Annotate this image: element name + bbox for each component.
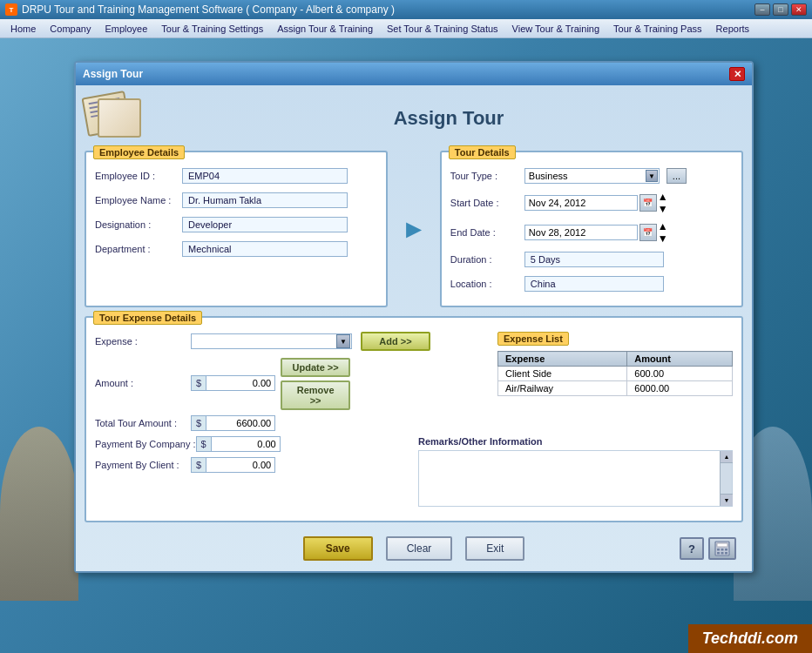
expense-dropdown[interactable]: Client Side Air/Railway [191,333,352,349]
location-label: Location : [450,279,524,289]
expense-amount-cell: 600.00 [627,367,733,381]
department-row: Department : Mechnical [95,239,377,259]
calculator-button[interactable] [708,537,736,560]
amount-input[interactable] [206,375,275,391]
end-date-row: End Date : 📅 ▲ ▼ [450,220,733,245]
payment-client-input[interactable] [206,457,275,473]
menu-tour-training-pass[interactable]: Tour & Training Pass [606,22,709,36]
total-tour-amount-label: Total Tour Amount : [95,418,191,428]
menu-tour-training-settings[interactable]: Tour & Training Settings [154,22,270,36]
payment-client-dollar: $ [191,457,206,473]
expense-add-row: Expense : Client Side Air/Railway ▼ Add … [95,332,484,351]
duration-label: Duration : [450,254,524,265]
remove-button[interactable]: Remove >> [281,380,350,410]
start-date-calendar-button[interactable]: 📅 [639,194,657,212]
amount-label: Amount : [95,378,191,388]
tour-type-dropdown[interactable]: Business [524,168,660,184]
total-tour-amount-row: Total Tour Amount : $ [95,415,484,431]
expense-amount-cell: 6000.00 [627,381,733,396]
expense-list-area: Expense List Expense Amount Client Side6… [497,332,733,436]
payment-company-input[interactable] [211,436,281,452]
clear-button[interactable]: Clear [386,536,453,561]
start-date-input[interactable] [524,195,638,211]
end-date-label: End Date : [450,227,524,238]
expense-name-cell: Air/Railway [498,381,627,396]
remarks-wrapper: ▲ ▼ [418,450,733,507]
assign-tour-dialog: Assign Tour ✕ Assign Tour Employee Detai… [74,61,754,573]
end-date-calendar-button[interactable]: 📅 [639,224,657,241]
minimize-button[interactable]: – [754,3,770,16]
end-date-input-wrapper: 📅 ▲ ▼ [524,220,668,245]
designation-row: Designation : Developer [95,215,377,234]
dialog-header: Assign Tour [85,94,743,142]
menu-home[interactable]: Home [3,22,43,36]
menu-set-tour-training-status[interactable]: Set Tour & Training Status [380,22,505,36]
close-window-button[interactable]: ✕ [791,3,807,16]
start-date-down-icon[interactable]: ▼ [658,203,668,215]
employee-id-row: Employee ID : EMP04 [95,166,377,185]
end-date-down-icon[interactable]: ▼ [658,232,668,245]
tour-details-title: Tour Details [449,145,516,159]
menu-view-tour-training[interactable]: View Tour & Training [505,22,606,36]
save-button[interactable]: Save [303,536,373,561]
payment-remarks-row: Payment By Company : $ Payment By Client… [95,436,733,507]
end-date-input[interactable] [524,225,638,240]
button-bar: Save Clear Exit ? [85,531,743,562]
menu-bar: Home Company Employee Tour & Training Se… [0,19,812,38]
expense-content-row: Expense : Client Side Air/Railway ▼ Add … [95,332,733,436]
payment-company-row: Payment By Company : $ [95,436,409,452]
start-date-label: Start Date : [450,198,524,208]
start-date-up-icon[interactable]: ▲ [658,191,668,203]
total-tour-amount-input[interactable] [206,415,275,431]
exit-button[interactable]: Exit [465,536,524,561]
arrow-separator: ► [396,151,431,307]
remarks-label: Remarks/Other Information [418,436,733,447]
employee-details-title: Employee Details [93,145,185,159]
table-row[interactable]: Client Side600.00 [498,367,733,381]
remarks-scroll-down-button[interactable]: ▼ [721,494,733,506]
duration-row: Duration : 5 Days [450,250,733,269]
payment-client-label: Payment By Client : [95,460,191,470]
expense-form-area: Expense : Client Side Air/Railway ▼ Add … [95,332,484,436]
update-button[interactable]: Update >> [281,358,350,377]
maximize-button[interactable]: □ [773,3,788,16]
watermark: Techddi.com [688,624,812,653]
menu-assign-tour-training[interactable]: Assign Tour & Training [270,22,380,36]
top-sections-row: Employee Details Employee ID : EMP04 Emp… [85,151,743,307]
help-button[interactable]: ? [680,537,704,560]
svg-rect-4 [725,549,727,551]
bg-figure-left [0,427,78,601]
browse-button[interactable]: ... [667,168,687,184]
employee-id-label: Employee ID : [95,171,182,181]
table-row[interactable]: Air/Railway6000.00 [498,381,733,396]
designation-label: Designation : [95,219,182,230]
window-controls: – □ ✕ [754,3,807,16]
app-icon: T [5,3,17,16]
employee-name-row: Employee Name : Dr. Humam Takla [95,191,377,210]
update-remove-btns: Update >> Remove >> [281,358,350,410]
remarks-input[interactable] [419,451,720,506]
header-icon-area [85,94,145,142]
expense-dropdown-wrapper: Client Side Air/Railway ▼ [191,333,352,349]
location-row: Location : China [450,274,733,293]
amount-col-header: Amount [627,352,733,367]
end-date-up-icon[interactable]: ▲ [658,220,668,232]
dialog-body: Assign Tour Employee Details Employee ID… [76,85,752,571]
add-button[interactable]: Add >> [361,332,430,351]
dialog-close-button[interactable]: ✕ [729,67,745,81]
tour-expense-section: Tour Expense Details Expense : Client Si… [85,316,743,522]
expense-list-title: Expense List [497,332,569,346]
payment-company-label: Payment By Company : [95,439,196,449]
menu-employee[interactable]: Employee [98,22,154,36]
department-label: Department : [95,244,182,254]
menu-reports[interactable]: Reports [709,22,757,36]
menu-company[interactable]: Company [43,22,98,36]
payment-client-row: Payment By Client : $ [95,457,409,473]
dialog-title-bar: Assign Tour ✕ [76,63,752,85]
remarks-scroll-up-button[interactable]: ▲ [721,451,733,463]
svg-rect-7 [725,552,727,555]
designation-value: Developer [182,217,348,232]
location-value: China [524,276,664,292]
notebook-icon2 [98,98,141,138]
start-date-input-wrapper: 📅 ▲ ▼ [524,191,668,215]
